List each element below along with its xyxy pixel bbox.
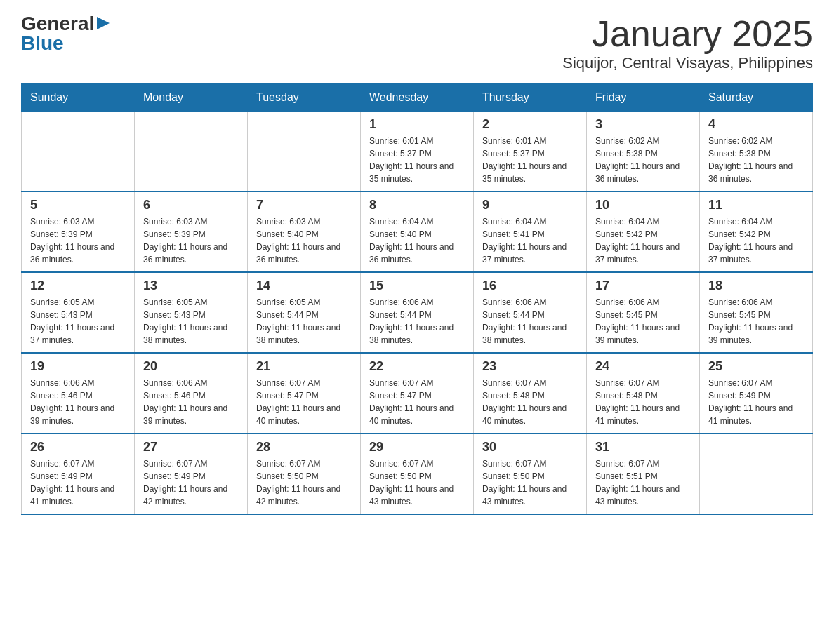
- day-info: Sunrise: 6:06 AM Sunset: 5:44 PM Dayligh…: [369, 296, 465, 347]
- day-info: Sunrise: 6:06 AM Sunset: 5:44 PM Dayligh…: [482, 296, 578, 347]
- day-info: Sunrise: 6:03 AM Sunset: 5:39 PM Dayligh…: [143, 215, 239, 266]
- day-number: 13: [143, 279, 239, 293]
- day-info: Sunrise: 6:04 AM Sunset: 5:42 PM Dayligh…: [595, 215, 691, 266]
- calendar-cell: 12Sunrise: 6:05 AM Sunset: 5:43 PM Dayli…: [22, 272, 135, 353]
- calendar-header-row: SundayMondayTuesdayWednesdayThursdayFrid…: [22, 84, 813, 112]
- calendar-cell: 4Sunrise: 6:02 AM Sunset: 5:38 PM Daylig…: [700, 112, 813, 192]
- month-title: January 2025: [562, 14, 813, 54]
- day-info: Sunrise: 6:07 AM Sunset: 5:49 PM Dayligh…: [143, 457, 239, 508]
- day-number: 15: [369, 279, 465, 293]
- day-number: 19: [30, 359, 126, 374]
- calendar-cell: 17Sunrise: 6:06 AM Sunset: 5:45 PM Dayli…: [587, 272, 700, 353]
- day-info: Sunrise: 6:01 AM Sunset: 5:37 PM Dayligh…: [482, 135, 578, 185]
- day-number: 28: [256, 440, 352, 455]
- day-number: 10: [595, 198, 691, 213]
- day-number: 23: [482, 359, 578, 374]
- column-header-tuesday: Tuesday: [248, 84, 361, 112]
- svg-marker-0: [97, 17, 110, 29]
- day-number: 14: [256, 279, 352, 293]
- day-number: 18: [708, 279, 804, 293]
- column-header-monday: Monday: [135, 84, 248, 112]
- day-number: 20: [143, 359, 239, 374]
- day-number: 31: [595, 440, 691, 455]
- day-number: 7: [256, 198, 352, 213]
- location-title: Siquijor, Central Visayas, Philippines: [562, 54, 813, 72]
- column-header-sunday: Sunday: [22, 84, 135, 112]
- calendar-cell: 22Sunrise: 6:07 AM Sunset: 5:47 PM Dayli…: [361, 353, 474, 434]
- day-info: Sunrise: 6:04 AM Sunset: 5:42 PM Dayligh…: [708, 215, 804, 266]
- calendar-cell: 19Sunrise: 6:06 AM Sunset: 5:46 PM Dayli…: [22, 353, 135, 434]
- day-info: Sunrise: 6:01 AM Sunset: 5:37 PM Dayligh…: [369, 135, 465, 185]
- calendar-week-row: 12Sunrise: 6:05 AM Sunset: 5:43 PM Dayli…: [22, 272, 813, 353]
- day-info: Sunrise: 6:07 AM Sunset: 5:48 PM Dayligh…: [595, 377, 691, 427]
- day-info: Sunrise: 6:02 AM Sunset: 5:38 PM Dayligh…: [595, 135, 691, 185]
- day-info: Sunrise: 6:06 AM Sunset: 5:46 PM Dayligh…: [143, 377, 239, 427]
- column-header-thursday: Thursday: [474, 84, 587, 112]
- calendar-cell: [22, 112, 135, 192]
- calendar-cell: 31Sunrise: 6:07 AM Sunset: 5:51 PM Dayli…: [587, 434, 700, 514]
- calendar-cell: 13Sunrise: 6:05 AM Sunset: 5:43 PM Dayli…: [135, 272, 248, 353]
- calendar-cell: 9Sunrise: 6:04 AM Sunset: 5:41 PM Daylig…: [474, 192, 587, 272]
- page-header: General Blue January 2025 Siquijor, Cent…: [21, 14, 813, 72]
- day-info: Sunrise: 6:06 AM Sunset: 5:46 PM Dayligh…: [30, 377, 126, 427]
- calendar-cell: 6Sunrise: 6:03 AM Sunset: 5:39 PM Daylig…: [135, 192, 248, 272]
- calendar-cell: 29Sunrise: 6:07 AM Sunset: 5:50 PM Dayli…: [361, 434, 474, 514]
- day-info: Sunrise: 6:07 AM Sunset: 5:50 PM Dayligh…: [369, 457, 465, 508]
- day-info: Sunrise: 6:04 AM Sunset: 5:41 PM Dayligh…: [482, 215, 578, 266]
- day-number: 25: [708, 359, 804, 374]
- column-header-saturday: Saturday: [700, 84, 813, 112]
- day-info: Sunrise: 6:07 AM Sunset: 5:50 PM Dayligh…: [482, 457, 578, 508]
- day-number: 6: [143, 198, 239, 213]
- calendar-cell: [135, 112, 248, 192]
- day-number: 29: [369, 440, 465, 455]
- calendar-cell: 21Sunrise: 6:07 AM Sunset: 5:47 PM Dayli…: [248, 353, 361, 434]
- calendar-cell: 7Sunrise: 6:03 AM Sunset: 5:40 PM Daylig…: [248, 192, 361, 272]
- day-number: 17: [595, 279, 691, 293]
- day-info: Sunrise: 6:07 AM Sunset: 5:49 PM Dayligh…: [30, 457, 126, 508]
- day-number: 27: [143, 440, 239, 455]
- calendar-cell: 14Sunrise: 6:05 AM Sunset: 5:44 PM Dayli…: [248, 272, 361, 353]
- day-number: 8: [369, 198, 465, 213]
- calendar-cell: [248, 112, 361, 192]
- day-info: Sunrise: 6:03 AM Sunset: 5:40 PM Dayligh…: [256, 215, 352, 266]
- day-number: 4: [708, 117, 804, 132]
- logo-text-blue: Blue: [21, 34, 64, 53]
- day-info: Sunrise: 6:05 AM Sunset: 5:43 PM Dayligh…: [143, 296, 239, 347]
- day-number: 5: [30, 198, 126, 213]
- calendar-cell: 18Sunrise: 6:06 AM Sunset: 5:45 PM Dayli…: [700, 272, 813, 353]
- day-number: 24: [595, 359, 691, 374]
- column-header-friday: Friday: [587, 84, 700, 112]
- calendar-cell: 5Sunrise: 6:03 AM Sunset: 5:39 PM Daylig…: [22, 192, 135, 272]
- day-number: 30: [482, 440, 578, 455]
- calendar-cell: [700, 434, 813, 514]
- day-info: Sunrise: 6:06 AM Sunset: 5:45 PM Dayligh…: [595, 296, 691, 347]
- day-info: Sunrise: 6:07 AM Sunset: 5:47 PM Dayligh…: [256, 377, 352, 427]
- calendar-cell: 16Sunrise: 6:06 AM Sunset: 5:44 PM Dayli…: [474, 272, 587, 353]
- day-number: 3: [595, 117, 691, 132]
- calendar-table: SundayMondayTuesdayWednesdayThursdayFrid…: [21, 83, 813, 515]
- calendar-cell: 3Sunrise: 6:02 AM Sunset: 5:38 PM Daylig…: [587, 112, 700, 192]
- day-info: Sunrise: 6:07 AM Sunset: 5:49 PM Dayligh…: [708, 377, 804, 427]
- calendar-cell: 26Sunrise: 6:07 AM Sunset: 5:49 PM Dayli…: [22, 434, 135, 514]
- day-info: Sunrise: 6:05 AM Sunset: 5:43 PM Dayligh…: [30, 296, 126, 347]
- day-info: Sunrise: 6:04 AM Sunset: 5:40 PM Dayligh…: [369, 215, 465, 266]
- day-info: Sunrise: 6:07 AM Sunset: 5:50 PM Dayligh…: [256, 457, 352, 508]
- calendar-cell: 30Sunrise: 6:07 AM Sunset: 5:50 PM Dayli…: [474, 434, 587, 514]
- calendar-cell: 1Sunrise: 6:01 AM Sunset: 5:37 PM Daylig…: [361, 112, 474, 192]
- calendar-cell: 24Sunrise: 6:07 AM Sunset: 5:48 PM Dayli…: [587, 353, 700, 434]
- day-info: Sunrise: 6:06 AM Sunset: 5:45 PM Dayligh…: [708, 296, 804, 347]
- day-info: Sunrise: 6:07 AM Sunset: 5:48 PM Dayligh…: [482, 377, 578, 427]
- day-info: Sunrise: 6:02 AM Sunset: 5:38 PM Dayligh…: [708, 135, 804, 185]
- day-number: 1: [369, 117, 465, 132]
- calendar-cell: 23Sunrise: 6:07 AM Sunset: 5:48 PM Dayli…: [474, 353, 587, 434]
- column-header-wednesday: Wednesday: [361, 84, 474, 112]
- day-number: 22: [369, 359, 465, 374]
- calendar-week-row: 5Sunrise: 6:03 AM Sunset: 5:39 PM Daylig…: [22, 192, 813, 272]
- calendar-cell: 25Sunrise: 6:07 AM Sunset: 5:49 PM Dayli…: [700, 353, 813, 434]
- day-number: 11: [708, 198, 804, 213]
- day-number: 2: [482, 117, 578, 132]
- logo: General Blue: [21, 14, 111, 53]
- day-info: Sunrise: 6:05 AM Sunset: 5:44 PM Dayligh…: [256, 296, 352, 347]
- day-info: Sunrise: 6:03 AM Sunset: 5:39 PM Dayligh…: [30, 215, 126, 266]
- calendar-week-row: 19Sunrise: 6:06 AM Sunset: 5:46 PM Dayli…: [22, 353, 813, 434]
